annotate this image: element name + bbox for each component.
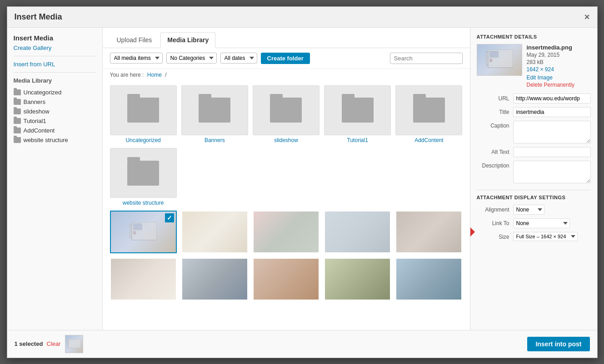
image-item-4[interactable] <box>324 211 391 253</box>
categories-dropdown[interactable]: No Categories <box>166 53 217 64</box>
size-label: Size <box>477 232 513 240</box>
breadcrumb-separator: / <box>165 72 166 78</box>
title-input[interactable] <box>513 107 591 117</box>
image-item-3[interactable] <box>253 211 319 253</box>
modal-header: Insert Media × <box>7 7 597 28</box>
tabs-bar: Upload Files Media Library <box>103 28 470 48</box>
attachment-info: insertmedia.png May 29, 2015 283 kB 1642… <box>527 44 574 88</box>
sidebar-divider2 <box>14 72 96 73</box>
svg-rect-2 <box>133 223 142 230</box>
create-gallery-link[interactable]: Create Gallery <box>14 44 96 51</box>
create-folder-button[interactable]: Create folder <box>261 53 310 64</box>
size-dropdown[interactable]: Full Size – 1642 × 924 Large Medium Thum… <box>513 232 578 241</box>
modal-footer: 1 selected Clear Insert into post <box>7 330 597 358</box>
description-field-row: Description <box>477 161 591 183</box>
folder-item-uncategorized[interactable]: Uncategorized <box>110 85 177 143</box>
url-label: URL <box>477 93 513 102</box>
breadcrumb: You are here : Home / <box>103 69 470 81</box>
media-grid-container: Uncategorized Banners slid <box>103 81 470 330</box>
url-field-row: URL <box>477 93 591 103</box>
image-item-2[interactable] <box>181 211 248 253</box>
caption-textarea[interactable] <box>513 121 591 143</box>
search-input[interactable] <box>390 53 463 64</box>
sidebar-divider <box>14 56 96 56</box>
folder-label: slideshow <box>274 137 298 143</box>
insert-into-post-button[interactable]: Insert into post <box>527 337 589 351</box>
caption-label: Caption <box>477 121 513 129</box>
folder-row-2: website structure <box>110 148 463 206</box>
dates-dropdown[interactable]: All dates <box>220 53 257 64</box>
image-item-9[interactable] <box>324 258 391 300</box>
media-library-section-title: Media Library <box>14 77 96 84</box>
image-item-5[interactable] <box>395 211 462 253</box>
sidebar-item-tutorial1[interactable]: Tutorial1 <box>14 116 96 126</box>
attachment-size: 283 kB <box>527 59 574 65</box>
image-thumbnail <box>325 259 390 300</box>
folder-label: Uncategorized <box>125 137 160 143</box>
delete-permanently-link[interactable]: Delete Permanently <box>527 82 574 88</box>
sidebar-item-website-structure[interactable]: website structure <box>14 135 96 145</box>
folder-icon <box>14 89 21 95</box>
image-item-6[interactable] <box>110 258 177 300</box>
size-field-row: Size Full Size – 1642 × 924 Large Medium… <box>477 232 591 241</box>
attachment-dimensions[interactable]: 1642 × 924 <box>527 66 574 73</box>
modal-body: Insert Media Create Gallery Insert from … <box>7 28 597 330</box>
svg-rect-3 <box>133 231 136 235</box>
folder-icon <box>14 99 21 105</box>
folder-thumbnail <box>253 85 319 135</box>
sidebar-item-label: Banners <box>24 98 45 105</box>
clear-selection-link[interactable]: Clear <box>46 340 60 347</box>
title-label: Title <box>477 107 513 115</box>
sidebar: Insert Media Create Gallery Insert from … <box>7 28 103 330</box>
image-item-7[interactable] <box>181 258 248 300</box>
description-textarea[interactable] <box>513 161 591 183</box>
breadcrumb-home[interactable]: Home <box>147 72 162 78</box>
selected-checkmark: ✓ <box>165 213 174 222</box>
alignment-dropdown[interactable]: None Left Center Right <box>513 205 544 215</box>
tab-media-library[interactable]: Media Library <box>160 32 215 48</box>
caption-field-row: Caption <box>477 121 591 143</box>
alt-text-label: Alt Text <box>477 147 513 155</box>
sidebar-item-uncategorized[interactable]: Uncategorized <box>14 88 96 97</box>
breadcrumb-prefix: You are here : <box>110 72 144 78</box>
sidebar-item-label: Uncategorized <box>24 89 62 96</box>
image-item-1[interactable]: ✓ <box>110 211 177 253</box>
tab-upload-files[interactable]: Upload Files <box>110 32 159 48</box>
attachment-preview: insertmedia.png May 29, 2015 283 kB 1642… <box>477 44 591 88</box>
image-thumbnail <box>254 212 319 252</box>
folder-label: website structure <box>123 200 164 206</box>
folder-item-tutorial1[interactable]: Tutorial1 <box>324 85 391 143</box>
folder-item-website-structure[interactable]: website structure <box>110 148 177 206</box>
media-filter-dropdown[interactable]: All media items <box>110 53 163 64</box>
image-item-10[interactable] <box>395 258 462 300</box>
folder-item-addcontent[interactable]: AddContent <box>395 85 462 143</box>
image-thumbnail <box>254 259 319 300</box>
url-input[interactable] <box>513 93 591 103</box>
sidebar-item-slideshow[interactable]: slideshow <box>14 107 96 116</box>
alignment-label: Alignment <box>477 205 513 213</box>
image-thumbnail <box>111 259 176 300</box>
image-item-8[interactable] <box>253 258 319 300</box>
folder-thumbnail <box>181 85 248 135</box>
big-folder-icon <box>127 98 159 123</box>
insert-from-url-link[interactable]: Insert from URL <box>14 61 96 68</box>
link-to-dropdown[interactable]: None Media File Attachment Page Custom U… <box>513 218 570 228</box>
sidebar-item-label: website structure <box>24 137 68 143</box>
folder-label: AddContent <box>414 137 443 143</box>
edit-image-link[interactable]: Edit Image <box>527 74 574 81</box>
big-folder-icon <box>199 98 230 123</box>
folder-icon <box>14 137 21 143</box>
folder-item-banners[interactable]: Banners <box>181 85 248 143</box>
folder-label: Banners <box>205 137 225 143</box>
sidebar-item-addcontent[interactable]: AddContent <box>14 126 96 135</box>
folder-item-slideshow[interactable]: slideshow <box>253 85 319 143</box>
sidebar-item-banners[interactable]: Banners <box>14 97 96 107</box>
display-settings-title: ATTACHMENT DISPLAY SETTINGS <box>477 190 591 200</box>
sidebar-item-label: Tutorial1 <box>24 118 46 124</box>
description-label: Description <box>477 161 513 169</box>
image-thumbnail <box>182 259 247 300</box>
attachment-details-title: ATTACHMENT DETAILS <box>477 34 591 39</box>
close-button[interactable]: × <box>584 12 590 21</box>
big-folder-icon <box>270 98 302 123</box>
alt-text-input[interactable] <box>513 147 591 157</box>
